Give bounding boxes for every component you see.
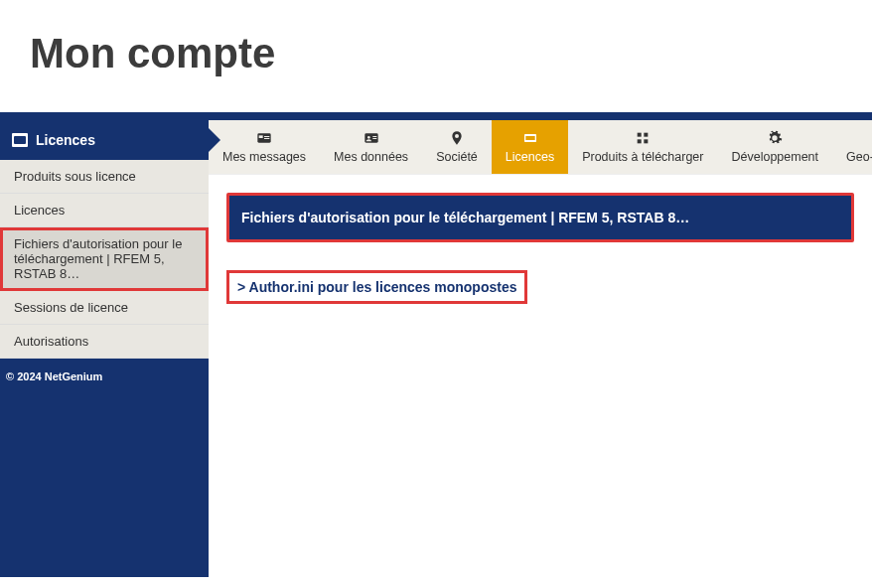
tab-licences[interactable]: Licences xyxy=(492,120,568,174)
tab-downloads[interactable]: Produits à télécharger xyxy=(568,120,717,174)
page-title: Mon compte xyxy=(0,0,872,112)
tab-messages[interactable]: Mes messages xyxy=(209,120,320,174)
section-banner[interactable]: Fichiers d'autorisation pour le téléchar… xyxy=(226,193,854,242)
header-strip xyxy=(0,112,872,120)
grid-icon xyxy=(634,130,652,146)
svg-rect-1 xyxy=(259,135,263,138)
svg-point-5 xyxy=(367,136,370,139)
person-card-icon xyxy=(363,130,380,146)
tab-company[interactable]: Société xyxy=(422,120,492,174)
sidebar: Licences Produits sous licence Licences … xyxy=(0,120,209,577)
tab-label: Mes données xyxy=(334,150,408,164)
sidebar-list: Produits sous licence Licences Fichiers … xyxy=(0,160,209,359)
svg-rect-3 xyxy=(264,138,269,139)
svg-rect-2 xyxy=(264,136,269,137)
sidebar-item-authorisations[interactable]: Autorisations xyxy=(0,325,209,359)
svg-rect-10 xyxy=(638,133,642,137)
tab-label: Licences xyxy=(506,150,554,164)
tabbar: Mes messages Mes données Société Licence… xyxy=(209,120,872,175)
svg-rect-6 xyxy=(372,136,376,137)
sidebar-footer: © 2024 NetGenium xyxy=(0,359,209,394)
svg-rect-9 xyxy=(525,136,534,140)
card-icon xyxy=(521,130,539,146)
tab-label: Développement xyxy=(731,150,818,164)
tab-data[interactable]: Mes données xyxy=(320,120,422,174)
id-card-icon xyxy=(255,130,273,146)
content: Mes messages Mes données Société Licence… xyxy=(209,120,872,577)
sidebar-item-licences[interactable]: Licences xyxy=(0,194,209,227)
sidebar-item-products[interactable]: Produits sous licence xyxy=(0,160,209,194)
tab-geozone[interactable]: Geo-Zone Tool xyxy=(832,120,872,174)
svg-rect-7 xyxy=(372,138,376,139)
author-ini-link[interactable]: > Author.ini pour les licences monoposte… xyxy=(226,270,527,304)
tab-label: Mes messages xyxy=(222,150,306,164)
tab-label: Société xyxy=(436,150,478,164)
tab-development[interactable]: Développement xyxy=(717,120,832,174)
sidebar-header[interactable]: Licences xyxy=(0,120,209,160)
sidebar-item-auth-files[interactable]: Fichiers d'autorisation pour le téléchar… xyxy=(0,227,209,291)
card-icon xyxy=(12,133,28,147)
svg-rect-12 xyxy=(638,139,642,143)
tab-label: Produits à télécharger xyxy=(582,150,703,164)
sidebar-item-sessions[interactable]: Sessions de licence xyxy=(0,291,209,325)
svg-rect-13 xyxy=(645,139,649,143)
location-pin-icon xyxy=(448,130,466,146)
tab-label: Geo-Zone Tool xyxy=(846,150,872,164)
sidebar-header-label: Licences xyxy=(36,132,95,148)
content-body: Fichiers d'autorisation pour le téléchar… xyxy=(209,175,872,322)
gear-icon xyxy=(766,130,784,146)
svg-rect-11 xyxy=(645,133,649,137)
